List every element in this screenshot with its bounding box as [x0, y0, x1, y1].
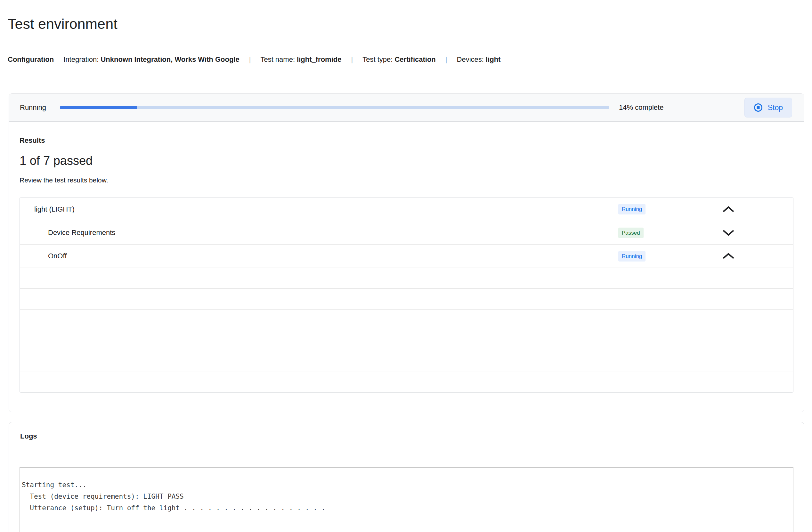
config-test-type: Test type: Certification: [362, 55, 436, 64]
row-test-name: OnOff: [20, 252, 618, 260]
progress-bar-fill: [60, 106, 137, 109]
log-line: Test (device requirements): LIGHT PASS: [22, 491, 791, 502]
results-section: Results 1 of 7 passed Review the test re…: [9, 122, 804, 412]
table-row-empty: [20, 268, 793, 289]
config-devices: Devices: light: [457, 55, 501, 64]
config-separator: |: [249, 55, 251, 64]
results-summary: 1 of 7 passed: [19, 153, 794, 168]
table-row-empty: [20, 309, 793, 330]
chevron-up-icon[interactable]: [721, 253, 736, 260]
test-progress-bar-section: Running 14% complete Stop: [9, 94, 804, 122]
status-badge-cell: Passed: [618, 227, 721, 238]
progress-bar-track: [60, 106, 609, 109]
results-heading: Results: [19, 136, 794, 145]
stop-record-icon: [754, 103, 763, 112]
logs-heading: Logs: [20, 432, 794, 441]
log-output[interactable]: Starting test... Test (device requiremen…: [19, 467, 794, 532]
results-subtitle: Review the test results below.: [19, 176, 794, 184]
table-row-test[interactable]: Device Requirements Passed: [20, 221, 793, 244]
log-line: Starting test...: [22, 479, 791, 491]
config-integration-label: Integration:: [63, 55, 101, 63]
table-row-empty: [20, 372, 793, 393]
config-devices-label: Devices:: [457, 55, 486, 63]
config-integration-value: Unknown Integration, Works With Google: [101, 55, 239, 63]
page-title: Test environment: [8, 15, 812, 33]
progress-percent-label: 14% complete: [619, 103, 744, 112]
config-test-type-value: Certification: [394, 55, 435, 63]
table-row-empty: [20, 330, 793, 351]
results-table: light (LIGHT) Running Device Requirement…: [19, 197, 794, 393]
status-badge: Running: [618, 251, 646, 262]
status-badge-cell: Running: [618, 251, 721, 262]
logs-card: Logs Starting test... Test (device requi…: [9, 422, 804, 532]
log-line: Utterance (setup): Turn off the light . …: [22, 502, 791, 514]
results-card: Running 14% complete Stop Results 1 of 7…: [9, 93, 804, 412]
config-integration: Integration: Unknown Integration, Works …: [63, 55, 239, 64]
row-test-name: Device Requirements: [20, 228, 618, 237]
chevron-down-icon[interactable]: [721, 229, 736, 236]
row-device-name: light (LIGHT): [20, 205, 618, 213]
config-separator: |: [351, 55, 353, 64]
logs-content: Starting test... Test (device requiremen…: [9, 458, 804, 532]
status-badge-cell: Running: [618, 204, 721, 215]
status-badge: Passed: [618, 227, 643, 238]
config-test-name-label: Test name:: [260, 55, 297, 63]
table-row-empty: [20, 289, 793, 309]
configuration-bar: Configuration Integration: Unknown Integ…: [8, 55, 812, 64]
table-row-test[interactable]: OnOff Running: [20, 244, 793, 268]
chevron-up-icon[interactable]: [721, 206, 736, 213]
config-test-type-label: Test type:: [362, 55, 394, 63]
config-test-name-value: light_fromide: [297, 55, 341, 63]
config-devices-value: light: [486, 55, 501, 63]
status-badge: Running: [618, 204, 646, 215]
stop-button[interactable]: Stop: [744, 98, 792, 117]
config-separator: |: [445, 55, 447, 64]
logs-header: Logs: [9, 422, 804, 458]
progress-status-label: Running: [20, 103, 60, 112]
stop-button-label: Stop: [768, 103, 783, 112]
table-row-device[interactable]: light (LIGHT) Running: [20, 197, 793, 221]
configuration-label: Configuration: [8, 55, 54, 64]
table-row-empty: [20, 351, 793, 372]
config-test-name: Test name: light_fromide: [260, 55, 341, 64]
